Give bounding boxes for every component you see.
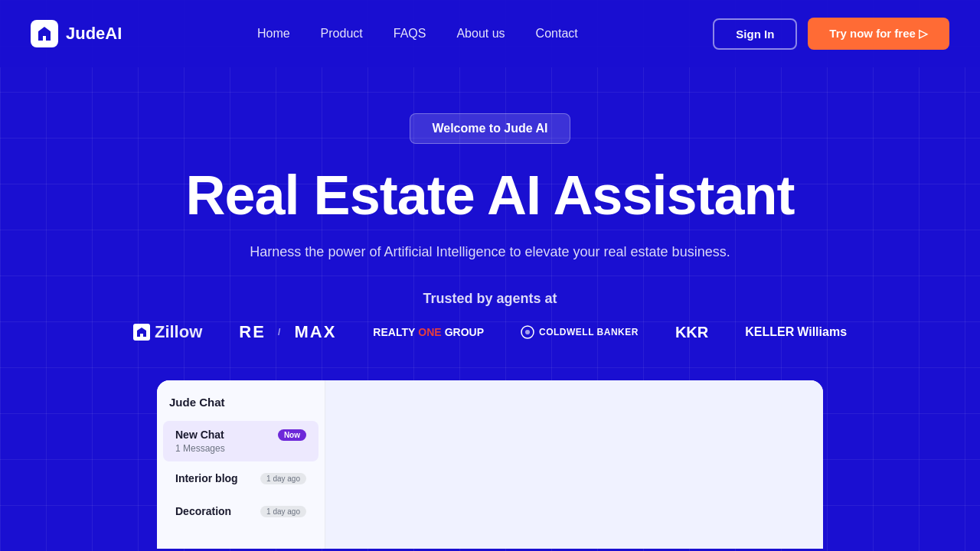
remax-slash: / [278,327,282,337]
realtyone-logo: REALTYONEGROUP [373,326,484,338]
chat-item-header-3: Decoration 1 day ago [175,505,306,517]
welcome-badge: Welcome to Jude AI [410,113,570,144]
remax-max: MAX [294,322,336,342]
chat-main [325,380,823,549]
kkr-text: KKR [675,324,708,341]
logo-text: JudeAI [66,24,122,44]
coldwell-logo: COLDWELL BANKER [521,325,639,339]
coldwell-text: COLDWELL BANKER [539,327,639,337]
williams-text: Williams [797,325,847,339]
nav-item-contact[interactable]: Contact [536,27,578,41]
realty-text: REALTY [373,326,415,338]
chat-item-new[interactable]: New Chat Now 1 Messages [163,421,318,461]
nav-item-about[interactable]: About us [456,27,505,41]
try-now-button[interactable]: Try now for free ▷ [808,18,949,50]
chat-item-name-1: New Chat [175,429,224,441]
logo-link[interactable]: JudeAI [31,20,122,47]
kkr-logo: KKR [675,324,708,341]
chat-item-sub-1: 1 Messages [175,443,306,454]
trusted-label: Trusted by agents at [423,291,557,307]
chat-item-header-2: Interior blog 1 day ago [175,472,306,484]
keller-williams-logo: KELLERWilliams [745,325,847,339]
coldwell-icon [521,325,534,339]
nav-links: Home Product FAQS About us Contact [257,27,578,41]
nav-item-faqs[interactable]: FAQS [394,27,426,41]
signin-button[interactable]: Sign In [713,18,797,50]
demo-section: Jude Chat New Chat Now 1 Messages Interi… [0,380,980,549]
hero-section: Welcome to Jude AI Real Estate AI Assist… [0,67,980,380]
demo-container: Jude Chat New Chat Now 1 Messages Interi… [157,380,823,549]
chat-item-decoration[interactable]: Decoration 1 day ago [163,497,318,527]
logo-icon [31,20,58,47]
remax-logo: RE / MAX [239,322,336,342]
chat-sidebar-title: Jude Chat [157,396,325,421]
hero-subtitle: Harness the power of Artificial Intellig… [250,244,730,260]
navbar: JudeAI Home Product FAQS About us Contac… [0,0,980,67]
keller-text: KELLER [745,325,794,339]
zillow-text: Zillow [155,322,202,342]
zillow-icon [133,324,150,341]
chat-item-badge-day-3: 1 day ago [260,506,306,517]
chat-item-badge-day-2: 1 day ago [260,473,306,484]
chat-item-interior[interactable]: Interior blog 1 day ago [163,465,318,494]
group-text: GROUP [445,326,484,338]
chat-item-name-2: Interior blog [175,472,238,484]
one-text: ONE [418,326,441,338]
chat-sidebar: Jude Chat New Chat Now 1 Messages Interi… [157,380,325,549]
chat-item-badge-now: Now [278,429,306,441]
zillow-logo: Zillow [133,322,202,342]
chat-item-name-3: Decoration [175,505,231,517]
nav-item-product[interactable]: Product [321,27,363,41]
hero-title: Real Estate AI Assistant [186,165,795,226]
nav-item-home[interactable]: Home [257,27,290,41]
chat-item-header-1: New Chat Now [175,429,306,441]
brand-logos: Zillow RE / MAX REALTYONEGROUP COLDWELL … [133,322,847,342]
nav-actions: Sign In Try now for free ▷ [713,18,949,50]
remax-re: RE [239,322,266,342]
